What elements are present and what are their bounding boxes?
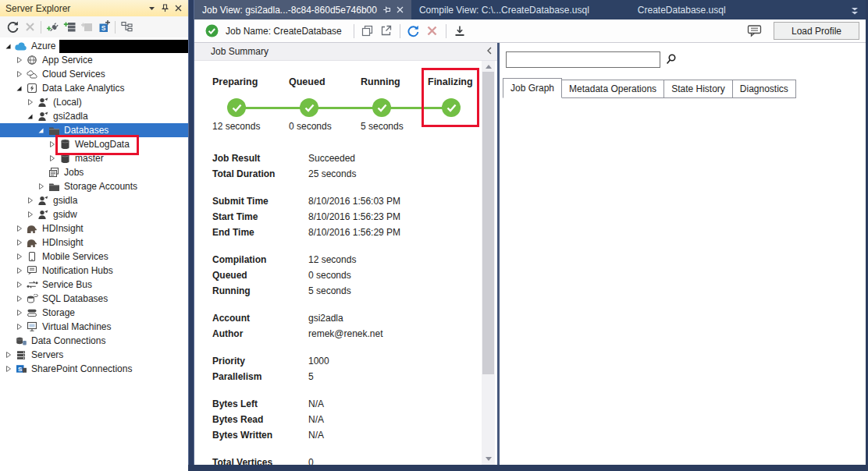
collapse-arrow-icon[interactable] <box>26 211 34 219</box>
server-explorer-tree: AzureApp ServiceCloud ServicesData Lake … <box>0 37 188 471</box>
tree-item-mobile-services[interactable]: Mobile Services <box>0 250 188 264</box>
tree-item-cloud-services[interactable]: Cloud Services <box>0 67 188 81</box>
document-tab-createdatabase-usql[interactable]: CreateDatabase.usql <box>597 0 734 19</box>
detail-label: Total Duration <box>212 168 308 179</box>
collapse-arrow-icon[interactable] <box>4 351 12 359</box>
panel-splitter[interactable] <box>188 0 194 471</box>
tree-item-databases[interactable]: Databases <box>0 123 188 137</box>
open-in-portal-icon[interactable] <box>377 23 396 40</box>
tree-item-label: App Service <box>42 55 93 66</box>
tree-item-servers[interactable]: Servers <box>0 348 188 362</box>
feedback-icon[interactable] <box>745 23 764 40</box>
tab-list-chevron-icon[interactable] <box>851 6 859 17</box>
tree-item-local[interactable]: (Local) <box>0 95 188 109</box>
expand-arrow-icon[interactable] <box>15 84 23 93</box>
add-server-icon[interactable] <box>61 19 78 36</box>
svg-text:S: S <box>101 24 105 32</box>
folder-icon <box>48 125 60 136</box>
tree-item-gsi2adla[interactable]: gsi2adla <box>0 109 188 123</box>
tree-item-label: SharePoint Connections <box>31 363 132 375</box>
collapse-arrow-icon[interactable] <box>15 56 23 65</box>
tree-item-sharepoint-connections[interactable]: SSharePoint Connections <box>0 362 188 376</box>
collapse-arrow-icon[interactable] <box>15 295 23 303</box>
tree-item-jobs[interactable]: Jobs <box>0 165 188 179</box>
collapse-arrow-icon[interactable] <box>37 182 45 191</box>
detail-row-author: Authorremek@renek.net <box>212 328 477 344</box>
window-menu-chevron-icon[interactable] <box>145 2 158 15</box>
tree-item-storage[interactable]: Storage <box>0 306 188 320</box>
red-annotation-box <box>422 68 479 127</box>
job-summary-body: Preparing12 secondsQueued0 secondsRunnin… <box>194 61 482 465</box>
download-icon[interactable] <box>450 23 469 40</box>
job-summary-title: Job Summary <box>211 46 486 57</box>
tree-item-hdinsight[interactable]: HDInsight <box>0 221 188 236</box>
tree-item-app-service[interactable]: App Service <box>0 53 188 67</box>
connect-database-icon[interactable] <box>44 19 61 36</box>
tree-item-master[interactable]: master <box>0 151 188 165</box>
stage-duration: 12 seconds <box>212 121 260 132</box>
scroll-down-icon[interactable] <box>482 453 495 465</box>
collapse-arrow-icon[interactable] <box>15 225 23 233</box>
collapse-arrow-icon[interactable] <box>15 323 23 331</box>
tab-metadata-operations[interactable]: Metadata Operations <box>561 80 664 98</box>
detail-row-start-time: Start Time8/10/2016 1:56:23 PM <box>212 211 477 227</box>
search-icon[interactable] <box>665 53 678 68</box>
tree-item-virtual-machines[interactable]: Virtual Machines <box>0 320 188 334</box>
scrollbar-thumb[interactable] <box>482 72 494 374</box>
tree-item-notification-hubs[interactable]: Notification Hubs <box>0 264 188 278</box>
collapse-arrow-icon[interactable] <box>48 154 56 163</box>
resubmit-job-icon[interactable] <box>358 23 377 40</box>
close-tab-icon[interactable] <box>397 6 404 13</box>
collapse-arrow-icon[interactable] <box>15 70 23 79</box>
tree-item-sql-databases[interactable]: SQL Databases <box>0 292 188 306</box>
job-name-label: Job Name: CreateDatabase <box>226 26 342 37</box>
expand-arrow-icon[interactable] <box>26 112 34 121</box>
tree-item-data-lake-analytics[interactable]: Data Lake Analytics <box>0 81 188 95</box>
tree-item-azure[interactable]: Azure <box>0 39 188 53</box>
collapse-arrow-icon[interactable] <box>26 197 34 205</box>
stage-duration: 5 seconds <box>361 121 404 132</box>
tab-diagnostics[interactable]: Diagnostics <box>732 80 796 98</box>
close-icon[interactable] <box>172 2 185 15</box>
collapse-arrow-icon[interactable] <box>15 253 23 261</box>
tree-item-service-bus[interactable]: Service Bus <box>0 278 188 292</box>
collapse-arrow-icon[interactable] <box>15 239 23 247</box>
add-azure-sql-icon[interactable]: S <box>95 19 112 36</box>
collapse-arrow-icon[interactable] <box>15 281 23 289</box>
tree-item-label: master <box>75 153 104 165</box>
tree-item-gsidla[interactable]: gsidla <box>0 193 188 207</box>
detail-value: N/A <box>308 398 324 409</box>
pin-icon[interactable] <box>158 2 172 15</box>
cancel-job-icon[interactable] <box>423 23 442 40</box>
tree-item-data-connections[interactable]: Data Connections <box>0 334 188 348</box>
auto-structure-icon[interactable] <box>118 19 135 36</box>
document-tab-label: Compile View: C:\...CreateDatabase.usql <box>419 5 589 16</box>
detail-label: Parallelism <box>212 371 308 382</box>
tree-item-label: Servers <box>31 349 63 361</box>
tab-job-graph[interactable]: Job Graph <box>503 78 562 98</box>
pin-tab-icon[interactable] <box>382 5 391 14</box>
tree-item-weblogdata[interactable]: WebLogData <box>0 137 188 151</box>
tab-state-history[interactable]: State History <box>663 80 733 98</box>
refresh-job-icon[interactable] <box>404 23 423 40</box>
document-tab-job-view[interactable]: Job View: gsi2adla...-8c84-860d5e746b00 <box>194 0 411 19</box>
tree-item-gsidw[interactable]: gsidw <box>0 207 188 221</box>
expand-arrow-icon[interactable] <box>37 126 45 135</box>
graph-search-input[interactable] <box>506 51 660 68</box>
collapse-panel-icon[interactable] <box>486 46 493 57</box>
refresh-icon[interactable] <box>4 19 21 36</box>
load-profile-button[interactable]: Load Profile <box>774 22 859 40</box>
tree-item-label: WebLogData <box>75 139 130 151</box>
scroll-up-icon[interactable] <box>482 61 495 73</box>
tree-item-storage-accounts[interactable]: Storage Accounts <box>0 179 188 193</box>
document-tab-compile-view[interactable]: Compile View: C:\...CreateDatabase.usql <box>411 0 597 19</box>
collapse-arrow-icon[interactable] <box>48 140 56 149</box>
vertical-scrollbar[interactable] <box>482 61 495 465</box>
collapse-arrow-icon[interactable] <box>15 309 23 317</box>
tree-item-hdinsight[interactable]: HDInsight <box>0 236 188 250</box>
expand-arrow-icon[interactable] <box>4 42 12 51</box>
tree-item-content: WebLogData <box>59 139 130 151</box>
collapse-arrow-icon[interactable] <box>26 98 34 107</box>
collapse-arrow-icon[interactable] <box>15 267 23 275</box>
collapse-arrow-icon[interactable] <box>4 365 12 374</box>
